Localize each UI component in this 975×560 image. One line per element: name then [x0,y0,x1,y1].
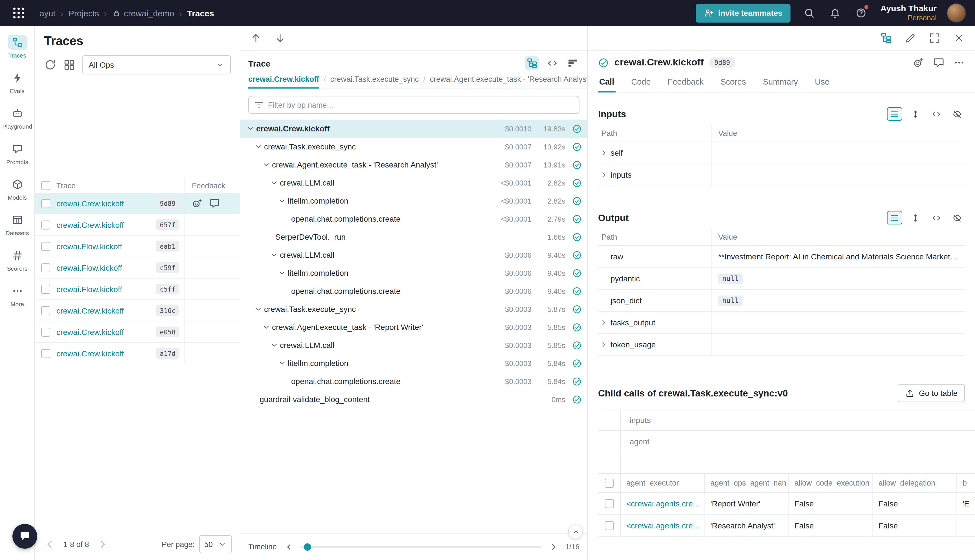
op-filter-input[interactable] [248,96,579,114]
next-page-button[interactable] [96,537,109,551]
collapse-caret-icon[interactable] [262,323,271,332]
row-checkbox[interactable] [41,349,50,358]
child-call-row[interactable]: <crewai.agents.cre...'Research Analyst'F… [598,515,975,537]
refresh-button[interactable] [44,58,57,71]
row-checkbox[interactable] [41,242,50,251]
trace-tree-row[interactable]: litellm.completion<$0.00012.82s [240,192,588,210]
timeline-next-button[interactable] [548,542,558,552]
chat-launcher[interactable] [12,524,37,549]
path-item[interactable]: crewai.Task.execute_sync [331,75,419,88]
child-call-cell[interactable]: <crewai.agents.cre... [621,493,705,514]
column-settings-button[interactable] [63,58,76,71]
collapse-caret-icon[interactable] [277,359,287,368]
trace-row[interactable]: crewai.Crew.kickoff657f [35,214,240,236]
row-checkbox[interactable] [41,306,50,315]
trace-link[interactable]: crewai.Flow.kickoff [57,242,122,251]
trace-link[interactable]: crewai.Crew.kickoff [57,327,124,337]
output-list-view-button[interactable] [887,211,902,225]
column-header[interactable]: allow_delegation [873,474,957,492]
trace-row[interactable]: crewai.Crew.kickoffa17d [35,343,240,364]
trace-tree-row[interactable]: crewai.LLM.call$0.00035.85s [240,336,588,354]
breadcrumb-item-Traces[interactable]: Traces [187,8,214,18]
breadcrumb-item-ayut[interactable]: ayut [40,8,55,18]
timeline-prev-button[interactable] [284,542,294,552]
user-menu[interactable]: Ayush Thakur Personal [880,3,937,23]
comment-icon[interactable] [209,198,220,209]
inputs-code-view-button[interactable] [929,107,944,121]
row-checkbox[interactable] [41,285,50,293]
sidebar-item-prompts[interactable]: Prompts [1,138,33,168]
next-call-button[interactable] [275,33,285,43]
row-checkbox[interactable] [41,199,50,208]
comment-button[interactable] [933,57,945,68]
trace-tree-row[interactable]: SerperDevTool._run1.66s [240,228,588,246]
trace-link[interactable]: crewai.Flow.kickoff [57,263,122,272]
trace-link[interactable]: crewai.Crew.kickoff [57,349,124,358]
fullscreen-button[interactable] [929,32,941,44]
breadcrumb-item-crewai_demo[interactable]: crewai_demo [112,8,174,18]
tree-toggle-button[interactable] [880,32,892,44]
sidebar-item-more[interactable]: More [1,280,33,311]
tab-summary[interactable]: Summary [762,75,799,92]
row-checkbox[interactable] [41,220,50,229]
collapse-caret-icon[interactable] [270,250,279,259]
trace-tree-row[interactable]: openai.chat.completions.create<$0.00012.… [240,210,588,228]
trace-tree-row[interactable]: openai.chat.completions.create$0.00035.8… [240,372,588,390]
prev-page-button[interactable] [43,537,57,551]
path-item[interactable]: crewai.Crew.kickoff [248,75,319,88]
trace-row[interactable]: crewai.Crew.kickoff9d89 [35,193,240,214]
collapse-caret-icon[interactable] [246,124,255,133]
sidebar-item-playground[interactable]: Playground [1,103,33,133]
trace-tree-row[interactable]: guardrail-validate_blog_content0ms [240,390,588,408]
trace-row[interactable]: crewai.Flow.kickoffeab1 [35,236,240,257]
trace-tree-row[interactable]: litellm.completion$0.00069.40s [240,264,588,282]
child-call-cell[interactable]: <crewai.agents.cre... [621,515,705,536]
trace-row[interactable]: crewai.Crew.kickoffe058 [35,322,240,343]
column-header[interactable]: agent_executor [621,474,705,492]
trace-tree-row[interactable]: crewai.Task.execute_sync$0.00035.87s [240,300,588,318]
collapse-caret-icon[interactable] [270,178,279,187]
row-checkbox[interactable] [41,263,50,272]
trace-link[interactable]: crewai.Crew.kickoff [57,199,124,208]
row-checkbox[interactable] [41,327,50,337]
call-id-badge[interactable]: 9d89 [709,57,735,68]
column-header[interactable]: b [957,474,975,492]
trace-tree-row[interactable]: crewai.Task.execute_sync$0.000713.92s [240,138,588,156]
timeline-thumb[interactable] [304,543,311,550]
tab-feedback[interactable]: Feedback [667,75,705,92]
trace-tree-row[interactable]: crewai.Agent.execute_task - 'Report Writ… [240,318,588,336]
sidebar-item-scorers[interactable]: Scorers [1,245,33,275]
trace-tree-row[interactable]: crewai.LLM.call<$0.00012.82s [240,174,588,192]
child-call-row[interactable]: <crewai.agents.cre...'Report Writer'Fals… [598,493,975,515]
row-checkbox[interactable] [604,521,614,530]
collapse-caret-icon[interactable] [262,160,271,169]
expand-chevron-icon[interactable] [599,318,608,327]
ops-filter-select[interactable]: All Ops [82,55,231,75]
close-button[interactable] [953,32,965,44]
sidebar-item-datasets[interactable]: Datasets [1,209,33,240]
inputs-list-view-button[interactable] [887,107,902,121]
tab-use[interactable]: Use [814,75,831,92]
trace-tree-row[interactable]: crewai.Agent.execute_task - 'Research An… [240,156,588,174]
inputs-hide-button[interactable] [950,107,965,121]
expand-chevron-icon[interactable] [599,340,608,349]
edit-button[interactable] [905,32,916,44]
select-all-checkbox[interactable] [604,478,614,488]
trace-row[interactable]: crewai.Flow.kickoffc5ff [35,278,240,300]
output-code-view-button[interactable] [929,211,944,225]
row-checkbox[interactable] [604,499,614,508]
breadcrumb-item-Projects[interactable]: Projects [68,8,99,18]
trace-tree-row[interactable]: crewai.LLM.call$0.00069.40s [240,246,588,264]
help-button[interactable] [850,2,871,24]
output-hide-button[interactable] [950,211,965,225]
inputs-expand-button[interactable] [908,107,923,121]
trace-tree-row[interactable]: litellm.completion$0.00035.84s [240,354,588,372]
add-reaction-button[interactable] [913,57,924,68]
trace-row[interactable]: crewai.Crew.kickoff316c [35,300,240,322]
add-reaction-icon[interactable] [192,198,202,209]
tab-scores[interactable]: Scores [720,75,747,92]
sidebar-item-traces[interactable]: Traces [1,32,33,62]
code-view-button[interactable] [546,57,559,70]
go-to-table-button[interactable]: Go to table [897,384,965,402]
expand-chevron-icon[interactable] [599,148,608,157]
